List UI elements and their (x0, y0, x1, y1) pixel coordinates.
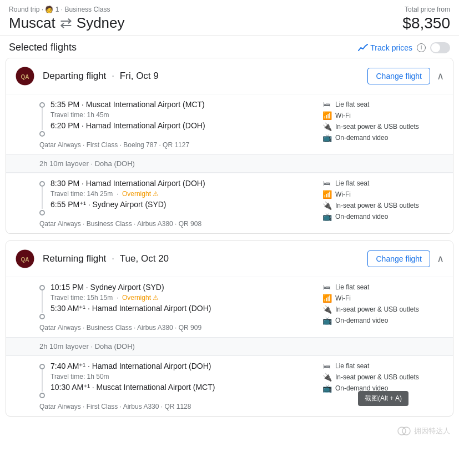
departing-card-header: QA Departing flight · Fri, Oct 9 Change … (6, 58, 453, 94)
dep-seg2-lie-flat: 🛏 Lie flat seat (322, 179, 444, 188)
ret-seg1-top-circle (39, 285, 45, 290)
ret-seg2-time-stop: 7:40 AM⁺¹ · Hamad International Airport … (39, 362, 322, 398)
departing-sep: · (112, 71, 114, 81)
departing-flight-card: QA Departing flight · Fri, Oct 9 Change … (6, 58, 453, 234)
returning-chevron[interactable]: ∧ (437, 253, 444, 265)
ret-seg2-arrive: 10:30 AM⁺¹ · Muscat International Airpor… (51, 383, 215, 392)
dep-seg2-left: 8:30 PM · Hamad International Airport (D… (39, 179, 322, 228)
top-bar: Round trip · 🧑 1 · Business Class Muscat… (0, 0, 459, 36)
dep-seg2-depart: 8:30 PM · Hamad International Airport (D… (51, 179, 205, 188)
dep-seg1-video-text: On-demand video (335, 134, 388, 142)
dep-seg2-top-circle (39, 181, 45, 187)
ret-seg2-travel: Travel time: 1h 50m (51, 373, 215, 380)
power-icon-3: 🔌 (322, 305, 332, 314)
dep-seg1-line (42, 108, 43, 130)
lie-flat-icon-2: 🛏 (322, 179, 332, 188)
watermark-icon (397, 425, 411, 437)
ret-seg1-wifi-text: Wi-Fi (335, 294, 351, 302)
screenshot-tooltip: 截图(Alt + A) (358, 391, 408, 406)
qatar-airways-logo-2: QA (15, 249, 35, 269)
video-icon: 📺 (322, 133, 332, 142)
info-icon[interactable]: i (417, 43, 426, 52)
svg-point-5 (402, 427, 410, 435)
change-departing-flight-btn[interactable]: Change flight (367, 68, 430, 84)
wifi-icon-2: 📶 (322, 190, 332, 199)
dep-seg2-lie-flat-text: Lie flat seat (335, 179, 369, 187)
departing-segment-2: 8:30 PM · Hamad International Airport (D… (6, 173, 453, 233)
lie-flat-icon-4: 🛏 (322, 362, 332, 370)
dep-seg2-power: 🔌 In-seat power & USB outlets (322, 201, 444, 210)
change-returning-flight-btn[interactable]: Change flight (367, 250, 430, 267)
ret-seg2-dots (39, 362, 45, 398)
total-price-block: Total price from $8,350 (402, 6, 450, 32)
trip-meta: Round trip · 🧑 1 · Business Class (9, 6, 125, 13)
video-icon-3: 📺 (322, 316, 332, 325)
returning-flight-label: Returning flight · Tue, Oct 20 (43, 253, 169, 264)
dep-seg2-bottom-circle (39, 210, 45, 216)
ret-seg1-lie-flat: 🛏 Lie flat seat (322, 283, 444, 292)
ret-seg2-amenities: 🛏 Lie flat seat 🔌 In-seat power & USB ou… (322, 362, 444, 393)
dep-seg2-wifi: 📶 Wi-Fi (322, 190, 444, 199)
dep-seg1-top-circle (39, 102, 45, 108)
ret-seg1-line (42, 290, 43, 313)
watermark: 拥因特达人 (0, 423, 459, 441)
watermark-text: 拥因特达人 (414, 426, 450, 436)
dep-seg2-amenities: 🛏 Lie flat seat 📶 Wi-Fi 🔌 In-seat power … (322, 179, 444, 221)
trip-info: Round trip · 🧑 1 · Business Class Muscat… (9, 6, 125, 32)
returning-header-left: QA Returning flight · Tue, Oct 20 (15, 249, 169, 269)
video-icon-4: 📺 (322, 384, 332, 393)
dep-seg1-power: 🔌 In-seat power & USB outlets (322, 122, 444, 131)
dep-seg2-travel: Travel time: 14h 25m · Overnight ⚠ (51, 190, 205, 198)
dep-seg2-times: 8:30 PM · Hamad International Airport (D… (51, 179, 205, 209)
dep-seg1-details: Qatar Airways · First Class · Boeing 787… (39, 141, 322, 149)
ret-seg1-details: Qatar Airways · Business Class · Airbus … (39, 324, 322, 332)
dep-seg1-arrive: 6:20 PM · Hamad International Airport (D… (51, 121, 205, 130)
ret-seg1-dots (39, 283, 45, 319)
returning-sep: · (112, 253, 114, 264)
track-prices-link[interactable]: Track prices (358, 43, 412, 52)
dep-seg2-power-text: In-seat power & USB outlets (335, 202, 419, 209)
ret-seg2-depart: 7:40 AM⁺¹ · Hamad International Airport … (51, 362, 215, 370)
dep-seg1-amenities: 🛏 Lie flat seat 📶 Wi-Fi 🔌 In-seat power … (322, 100, 444, 142)
lie-flat-icon: 🛏 (322, 100, 332, 109)
ret-seg2-bottom-circle (39, 393, 45, 398)
ret-seg1-bottom-circle (39, 314, 45, 319)
total-price-label: Total price from (402, 6, 450, 13)
track-prices-toggle[interactable] (430, 42, 450, 53)
svg-text:QA: QA (21, 257, 29, 263)
ret-seg1-power-text: In-seat power & USB outlets (335, 305, 419, 313)
departing-header-left: QA Departing flight · Fri, Oct 9 (15, 66, 159, 86)
total-price: $8,350 (402, 14, 450, 32)
ret-seg2-lie-flat: 🛏 Lie flat seat (322, 362, 444, 370)
dep-seg1-video: 📺 On-demand video (322, 133, 444, 142)
power-icon-4: 🔌 (322, 373, 332, 382)
dep-seg1-depart: 5:35 PM · Muscat International Airport (… (51, 100, 205, 109)
svg-text:QA: QA (21, 74, 29, 80)
dep-seg1-wifi: 📶 Wi-Fi (322, 111, 444, 120)
dep-seg1-left: 5:35 PM · Muscat International Airport (… (39, 100, 322, 149)
dep-seg2-video-text: On-demand video (335, 213, 388, 221)
dep-seg1-lie-flat-text: Lie flat seat (335, 101, 369, 108)
dep-seg2-arrive: 6:55 PM⁺¹ · Sydney Airport (SYD) (51, 200, 205, 209)
trip-title: Muscat ⇄ Sydney (9, 14, 125, 32)
departing-chevron[interactable]: ∧ (437, 70, 444, 82)
dep-seg1-wifi-text: Wi-Fi (335, 112, 351, 119)
ret-seg1-travel: Travel time: 15h 15m · Overnight ⚠ (51, 294, 211, 302)
ret-seg2-lie-flat-text: Lie flat seat (335, 362, 369, 370)
ret-seg1-depart: 10:15 PM · Sydney Airport (SYD) (51, 283, 211, 292)
returning-segment-1: 10:15 PM · Sydney Airport (SYD) Travel t… (6, 277, 453, 337)
dep-seg2-dots (39, 179, 45, 216)
ret-seg2-left: 7:40 AM⁺¹ · Hamad International Airport … (39, 362, 322, 410)
wifi-icon-3: 📶 (322, 294, 332, 303)
ret-seg2-details: Qatar Airways · First Class · Airbus A33… (39, 403, 322, 410)
power-icon-2: 🔌 (322, 201, 332, 210)
ret-seg1-times: 10:15 PM · Sydney Airport (SYD) Travel t… (51, 283, 211, 313)
trend-icon (358, 44, 368, 52)
departing-layover: 2h 10m layover · Doha (DOH) (6, 154, 453, 173)
departing-date: Fri, Oct 9 (120, 71, 159, 81)
lie-flat-icon-3: 🛏 (322, 283, 332, 292)
ret-seg1-overnight: Overnight ⚠ (122, 294, 159, 302)
ret-seg1-video: 📺 On-demand video (322, 316, 444, 325)
dep-seg2-video: 📺 On-demand video (322, 212, 444, 221)
trip-origin: Muscat (9, 14, 56, 32)
